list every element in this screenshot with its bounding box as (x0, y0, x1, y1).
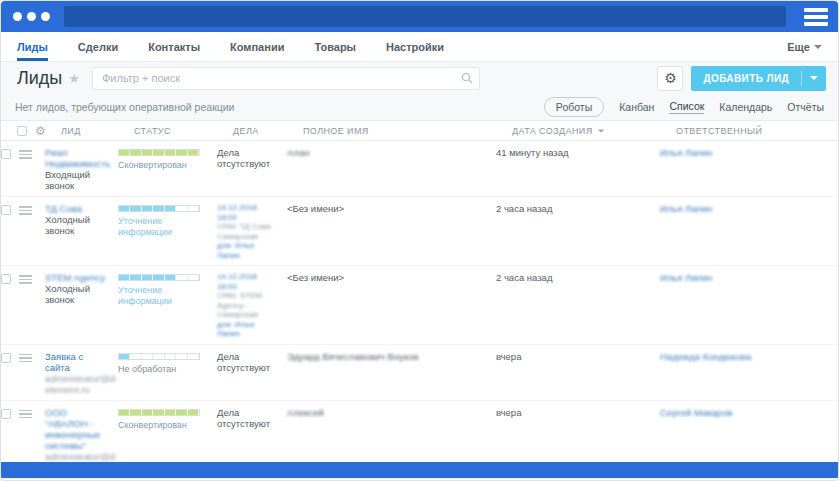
row-menu-icon[interactable] (19, 354, 32, 363)
search-icon[interactable] (461, 72, 473, 84)
cell-created: вчера (496, 351, 660, 362)
cell-activity: Дела отсутствуют (217, 351, 287, 373)
cell-status: Сконвертирован (118, 147, 217, 171)
hamburger-menu-icon[interactable] (804, 8, 828, 26)
status-progress-bar (118, 149, 200, 156)
cell-responsible: Илья Лапин (660, 272, 838, 283)
cell-lead: Заявка с сайтаadministrator@d-element.ru (45, 351, 118, 395)
full-name-text: Алан (287, 147, 488, 158)
row-checkbox[interactable] (1, 353, 11, 363)
created-date-text: 2 часа назад (496, 203, 652, 214)
nav-tab-4[interactable]: Компании (230, 32, 284, 61)
activity-text: Дела отсутствуют (217, 407, 279, 429)
row-menu-icon[interactable] (19, 150, 32, 159)
row-menu-icon[interactable] (19, 206, 32, 215)
activity-text: Самарская (217, 232, 279, 242)
add-lead-dropdown[interactable] (801, 71, 826, 86)
column-header-6[interactable]: ОТВЕТСТВЕННЫЙ (676, 126, 838, 136)
created-date-text: вчера (496, 407, 652, 418)
row-menu-icon[interactable] (19, 275, 32, 284)
lead-link[interactable]: Заявка с сайта (45, 351, 110, 373)
grid-settings-gear-icon[interactable]: ⚙ (35, 125, 61, 137)
lead-subtext: Входящий звонок (45, 169, 110, 191)
status-label: Не обработан (118, 364, 209, 375)
cell-responsible: Илья Лапин (660, 147, 838, 158)
view-tab-1[interactable]: Роботы (544, 97, 604, 117)
activity-link[interactable]: 14.12.2018 18:00 (217, 203, 279, 222)
row-checkbox[interactable] (1, 409, 11, 419)
activity-link[interactable]: для: Илья Лапин (217, 241, 279, 260)
view-tab-4[interactable]: Календарь (719, 101, 772, 114)
add-lead-button[interactable]: ДОБАВИТЬ ЛИД (691, 66, 826, 91)
nav-tab-3[interactable]: Контакты (148, 32, 200, 61)
nav-tab-2[interactable]: Сделки (78, 32, 118, 61)
bitrix-crm-window: ЛидыСделкиКонтактыКомпанииТоварыНастройк… (0, 0, 839, 481)
settings-button[interactable]: ⚙ (657, 66, 683, 91)
column-header-label: ДАТА СОЗДАНИЯ (512, 126, 593, 136)
chevron-down-icon (810, 76, 818, 80)
view-tab-2[interactable]: Канбан (619, 101, 654, 114)
chevron-down-icon (597, 129, 603, 132)
nav-more-label: Еще (787, 41, 810, 53)
responsible-link[interactable]: Сергей Макаров (660, 407, 830, 418)
activity-text: Самарская (217, 310, 279, 320)
lead-link[interactable]: Риал Недвижимость (45, 147, 110, 169)
select-all-checkbox[interactable] (17, 126, 27, 136)
nav-more-button[interactable]: Еще (787, 32, 822, 61)
table-row: Заявка с сайтаadministrator@d-element.ru… (1, 345, 838, 401)
view-tab-5[interactable]: Отчёты (787, 101, 824, 114)
responsible-link[interactable]: Илья Лапин (660, 272, 830, 283)
lead-link[interactable]: STEM Agency (45, 272, 110, 283)
filter-search-input[interactable] (92, 67, 480, 90)
created-date-text: вчера (496, 351, 652, 362)
row-checkbox[interactable] (1, 149, 11, 159)
nav-spacer (474, 32, 787, 61)
cell-status: Не обработан (118, 351, 217, 375)
top-bar (1, 1, 838, 32)
nav-tab-5[interactable]: Товары (314, 32, 356, 61)
main-nav-tabs: ЛидыСделкиКонтактыКомпанииТоварыНастройк… (17, 32, 474, 61)
column-header-2[interactable]: СТАТУС (134, 126, 233, 136)
lead-link[interactable]: ТД Сова (45, 203, 110, 214)
nav-tab-6[interactable]: Настройки (386, 32, 444, 61)
cell-responsible: Надежда Кондюкова (660, 351, 838, 362)
cell-full-name: <Без имени> (287, 272, 496, 283)
footer-bar (1, 462, 838, 478)
cell-lead: STEM AgencyХолодный звонок (45, 272, 118, 305)
table-row: Риал НедвижимостьВходящий звонокСконверт… (1, 141, 838, 197)
responsible-link[interactable]: Илья Лапин (660, 147, 830, 158)
column-header-label: ПОЛНОЕ ИМЯ (303, 126, 369, 136)
table-header: ⚙ ЛИДСТАТУСДЕЛАПОЛНОЕ ИМЯДАТА СОЗДАНИЯОТ… (1, 121, 838, 141)
column-header-1[interactable]: ЛИД (61, 126, 134, 136)
column-header-label: ЛИД (61, 126, 81, 136)
lead-link[interactable]: ООО "АВАЛОН - инженерные системы" (45, 407, 110, 451)
main-nav: ЛидыСделкиКонтактыКомпанииТоварыНастройк… (1, 32, 838, 62)
column-header-5[interactable]: ДАТА СОЗДАНИЯ (512, 126, 676, 136)
cell-lead: Риал НедвижимостьВходящий звонок (45, 147, 118, 191)
created-date-text: 2 часа назад (496, 272, 652, 283)
column-header-4[interactable]: ПОЛНОЕ ИМЯ (303, 126, 512, 136)
cell-full-name: <Без имени> (287, 203, 496, 214)
lead-subtext: Холодный звонок (45, 283, 110, 305)
add-lead-label: ДОБАВИТЬ ЛИД (691, 73, 801, 84)
column-header-3[interactable]: ДЕЛА (233, 126, 303, 136)
view-tab-3[interactable]: Список (669, 100, 704, 114)
chevron-down-icon (814, 45, 822, 49)
activity-link[interactable]: 14.12.2018 18:00 (217, 272, 279, 291)
responsible-link[interactable]: Илья Лапин (660, 203, 830, 214)
responsible-link[interactable]: Надежда Кондюкова (660, 351, 830, 362)
row-checkbox[interactable] (1, 274, 11, 284)
nav-tab-1[interactable]: Лиды (17, 32, 48, 61)
column-header-label: ДЕЛА (233, 126, 259, 136)
activity-link[interactable]: для: Илья Лапин (217, 320, 279, 339)
cell-activity: 14.12.2018 18:00CRM: STEMAgency :Самарск… (217, 272, 287, 339)
row-checkbox[interactable] (1, 205, 11, 215)
status-progress-bar (118, 205, 200, 212)
cell-created: 41 минуту назад (496, 147, 660, 158)
gear-icon: ⚙ (664, 71, 677, 85)
status-progress-bar (118, 353, 200, 360)
full-name-text: <Без имени> (287, 203, 488, 214)
cell-status: Уточнение информации (118, 203, 217, 238)
favorite-star-icon[interactable]: ★ (68, 71, 80, 86)
row-menu-icon[interactable] (19, 410, 32, 419)
